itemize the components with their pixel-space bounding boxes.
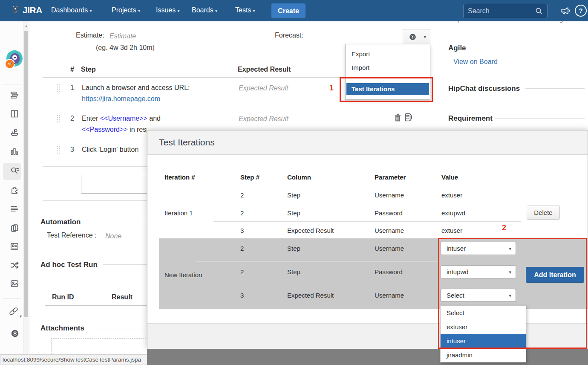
steps-gear-button[interactable]: ▾ [403, 29, 430, 45]
nav-tests[interactable]: Tests▾ [235, 6, 255, 14]
browser-status-url: localhost:8099/secure/ShowTestCaseTestPa… [0, 354, 147, 365]
col-parameter: Parameter [375, 174, 406, 181]
col-value: Value [441, 174, 458, 181]
adhoc-test-run-heading: Ad hoc Test Run [40, 261, 98, 269]
agile-heading: Agile [448, 44, 466, 52]
cell-column: Expected Result [287, 227, 334, 234]
estimate-input[interactable]: Estimate [110, 32, 136, 40]
reports-chart-icon[interactable] [9, 146, 20, 156]
menu-item-export[interactable]: Export [346, 48, 430, 61]
iteration-name: Iteration 1 [164, 209, 193, 217]
cell-column: Step [287, 209, 300, 217]
run-id-column: Run ID [52, 293, 74, 301]
run-table-rule [45, 305, 147, 306]
link-caret-icon[interactable]: ▾ [20, 314, 22, 319]
option-jiraadmin[interactable]: jiraadmin [441, 348, 526, 362]
heading-rule [103, 264, 147, 265]
summary-lines-icon[interactable] [9, 204, 20, 214]
project-sidebar: <> ⋯ [0, 21, 24, 365]
scrollbar-up-arrow[interactable]: ▲ [24, 24, 28, 28]
more-icon[interactable]: ⋯ [9, 58, 20, 70]
steps-col-step: Step [81, 66, 96, 73]
search-icon[interactable] [535, 7, 543, 15]
chevron-down-icon: ▾ [177, 8, 180, 13]
jira-logo-text: JIRA [23, 5, 42, 15]
cell-column: Step [287, 268, 300, 275]
drag-handle-icon[interactable] [56, 114, 61, 125]
chevron-down-icon: ▾ [253, 8, 255, 13]
steps-row-rule [43, 109, 430, 109]
step-row-num: 2 [70, 115, 74, 122]
requirement-heading: Requirement [448, 114, 493, 123]
megaphone-icon[interactable] [560, 6, 571, 16]
nav-issues[interactable]: Issues▾ [156, 6, 180, 14]
nav-projects[interactable]: Projects▾ [112, 6, 140, 14]
chevron-down-icon: ▾ [89, 8, 92, 13]
automation-heading: Automation [40, 218, 81, 226]
heading-rule [525, 88, 585, 89]
create-button[interactable]: Create [271, 3, 306, 18]
test-reference-value: None [105, 232, 121, 240]
attachments-heading: Attachments [40, 324, 84, 333]
modal-row-rule [213, 204, 521, 204]
shuffle-icon[interactable] [9, 260, 20, 270]
password-token: <<Password>> [82, 126, 128, 133]
dashboard-card-icon[interactable] [9, 241, 20, 252]
drag-handle-icon[interactable] [56, 84, 61, 94]
delete-iteration-button[interactable]: Delete [527, 206, 560, 220]
drag-handle-icon[interactable] [56, 145, 61, 156]
steps-row-rule [43, 166, 147, 167]
active-sprints-board-icon[interactable] [9, 109, 20, 119]
iteration-name: New Iteration [164, 271, 202, 278]
annotation-box-1 [340, 77, 433, 102]
expected-result-placeholder[interactable]: Expected Result [239, 115, 288, 123]
annotation-label-1: 1 [329, 84, 334, 93]
annotation-box-2 [438, 238, 587, 349]
chevron-down-icon: ▾ [424, 34, 426, 40]
jira-charlie-icon [10, 5, 20, 16]
link-icon[interactable] [8, 305, 20, 317]
section-rule [43, 200, 147, 201]
releases-ship-icon[interactable] [9, 127, 20, 137]
step-row-text[interactable]: Click 'Login' button [82, 146, 138, 154]
cell-step: 2 [240, 191, 244, 199]
gear-icon [408, 32, 417, 41]
pages-icon[interactable] [9, 223, 20, 233]
cell-value: extuser [441, 191, 462, 199]
chevron-down-icon: ▾ [138, 8, 141, 13]
image-icon[interactable] [9, 278, 20, 289]
forecast-label: Forecast: [275, 32, 303, 39]
nav-dashboards[interactable]: Dashboards▾ [51, 6, 92, 14]
cell-column: Expected Result [287, 292, 334, 299]
estimate-label: Estimate: [76, 32, 104, 39]
modal-row-rule [213, 221, 521, 222]
cell-value: extupwd [441, 209, 465, 217]
nav-boards[interactable]: Boards▾ [192, 6, 217, 14]
issues-search-icon[interactable] [9, 165, 20, 177]
addons-puzzle-icon[interactable] [9, 185, 20, 195]
search-input[interactable] [467, 6, 533, 17]
sidebar-divider [3, 84, 21, 84]
menu-item-import[interactable]: Import [346, 61, 430, 74]
step-row-text[interactable]: Launch a browser and access URL: [82, 84, 190, 92]
step-row-text[interactable]: Enter <<Username>> and [82, 115, 161, 122]
sidebar-settings-gear-icon[interactable] [10, 328, 20, 339]
step-row-text-line2[interactable]: <<Password>> in respective fields [82, 126, 147, 133]
sidebar-scrollbar: ▲ [24, 21, 29, 365]
new-step-input[interactable] [81, 175, 148, 194]
col-step: Step # [240, 174, 259, 181]
col-iteration: Iteration # [164, 174, 195, 181]
sidebar-divider [3, 298, 21, 299]
clone-step-copy-icon[interactable] [404, 113, 413, 122]
step-row-num: 1 [70, 84, 74, 92]
cell-step: 2 [240, 268, 244, 275]
result-column: Result [112, 293, 133, 301]
backlog-icon[interactable] [9, 90, 20, 100]
jira-logo[interactable]: JIRA [10, 5, 42, 16]
view-on-board-link[interactable]: View on Board [453, 58, 498, 66]
step-row-link[interactable]: https://jira.homepage.com [82, 95, 160, 103]
delete-step-trash-icon[interactable] [394, 113, 402, 122]
expected-result-placeholder[interactable]: Expected Result [239, 84, 288, 92]
help-icon[interactable]: ? [575, 5, 587, 17]
scrollbar-thumb[interactable] [24, 31, 28, 317]
